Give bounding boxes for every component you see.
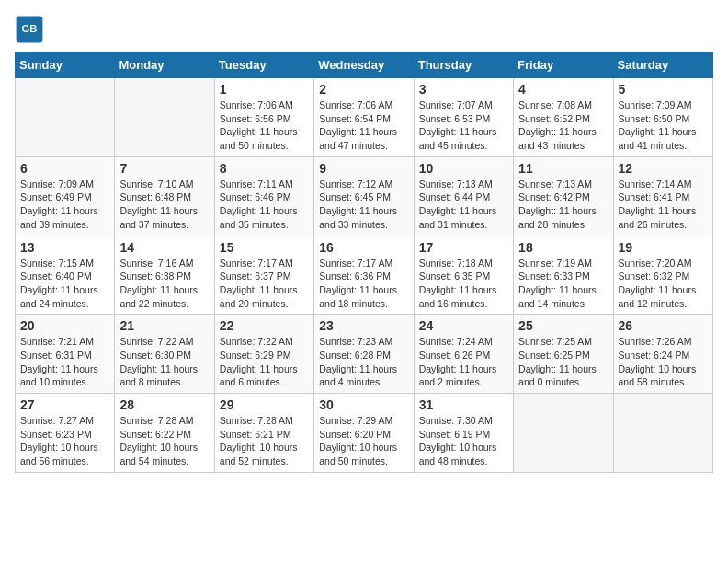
calendar-cell: 21Sunrise: 7:22 AM Sunset: 6:30 PM Dayli… — [115, 315, 214, 394]
logo: GB — [15, 15, 48, 44]
day-number: 17 — [419, 240, 508, 255]
day-number: 13 — [20, 240, 109, 255]
calendar-cell: 2Sunrise: 7:06 AM Sunset: 6:54 PM Daylig… — [314, 78, 414, 157]
calendar-cell — [613, 394, 712, 473]
day-info: Sunrise: 7:06 AM Sunset: 6:54 PM Dayligh… — [319, 98, 408, 153]
calendar-cell: 12Sunrise: 7:14 AM Sunset: 6:41 PM Dayli… — [613, 156, 712, 236]
day-number: 26 — [619, 318, 708, 333]
calendar-cell: 5Sunrise: 7:09 AM Sunset: 6:50 PM Daylig… — [613, 78, 712, 157]
day-info: Sunrise: 7:26 AM Sunset: 6:24 PM Dayligh… — [619, 335, 708, 389]
calendar-cell — [514, 394, 613, 473]
calendar-cell: 24Sunrise: 7:24 AM Sunset: 6:26 PM Dayli… — [414, 315, 513, 394]
calendar-cell: 3Sunrise: 7:07 AM Sunset: 6:53 PM Daylig… — [414, 78, 513, 157]
calendar-cell: 29Sunrise: 7:28 AM Sunset: 6:21 PM Dayli… — [214, 394, 313, 473]
day-number: 27 — [20, 397, 109, 412]
calendar-cell: 25Sunrise: 7:25 AM Sunset: 6:25 PM Dayli… — [514, 315, 613, 394]
day-info: Sunrise: 7:13 AM Sunset: 6:42 PM Dayligh… — [518, 178, 608, 232]
calendar-cell: 4Sunrise: 7:08 AM Sunset: 6:52 PM Daylig… — [514, 78, 613, 157]
calendar-header-row: SundayMondayTuesdayWednesdayThursdayFrid… — [16, 52, 713, 78]
day-number: 12 — [619, 161, 708, 176]
calendar-cell: 19Sunrise: 7:20 AM Sunset: 6:32 PM Dayli… — [613, 236, 712, 315]
calendar-table: SundayMondayTuesdayWednesdayThursdayFrid… — [15, 52, 713, 473]
day-number: 18 — [518, 240, 608, 255]
calendar-cell: 22Sunrise: 7:22 AM Sunset: 6:29 PM Dayli… — [214, 315, 313, 394]
day-number: 2 — [319, 82, 408, 97]
day-number: 14 — [119, 240, 209, 255]
day-info: Sunrise: 7:30 AM Sunset: 6:19 PM Dayligh… — [419, 414, 508, 468]
logo-icon: GB — [15, 15, 44, 44]
day-info: Sunrise: 7:16 AM Sunset: 6:38 PM Dayligh… — [119, 257, 209, 311]
calendar-week-4: 20Sunrise: 7:21 AM Sunset: 6:31 PM Dayli… — [16, 315, 713, 394]
day-info: Sunrise: 7:15 AM Sunset: 6:40 PM Dayligh… — [20, 257, 109, 311]
day-info: Sunrise: 7:22 AM Sunset: 6:30 PM Dayligh… — [119, 335, 209, 389]
day-info: Sunrise: 7:23 AM Sunset: 6:28 PM Dayligh… — [319, 335, 408, 389]
day-number: 15 — [220, 240, 309, 255]
day-number: 1 — [220, 82, 309, 97]
header-wednesday: Wednesday — [314, 52, 414, 78]
calendar-cell: 27Sunrise: 7:27 AM Sunset: 6:23 PM Dayli… — [16, 394, 115, 473]
day-info: Sunrise: 7:20 AM Sunset: 6:32 PM Dayligh… — [619, 257, 708, 311]
calendar-cell: 9Sunrise: 7:12 AM Sunset: 6:45 PM Daylig… — [314, 156, 414, 236]
day-info: Sunrise: 7:09 AM Sunset: 6:49 PM Dayligh… — [20, 178, 109, 232]
day-number: 8 — [220, 161, 309, 176]
calendar-cell: 1Sunrise: 7:06 AM Sunset: 6:56 PM Daylig… — [214, 78, 313, 157]
header-friday: Friday — [514, 52, 613, 78]
calendar-cell: 6Sunrise: 7:09 AM Sunset: 6:49 PM Daylig… — [16, 156, 115, 236]
header-tuesday: Tuesday — [214, 52, 313, 78]
calendar-cell: 15Sunrise: 7:17 AM Sunset: 6:37 PM Dayli… — [214, 236, 313, 315]
day-info: Sunrise: 7:24 AM Sunset: 6:26 PM Dayligh… — [419, 335, 508, 389]
day-number: 24 — [419, 318, 508, 333]
day-info: Sunrise: 7:07 AM Sunset: 6:53 PM Dayligh… — [419, 98, 508, 153]
calendar-cell: 17Sunrise: 7:18 AM Sunset: 6:35 PM Dayli… — [414, 236, 513, 315]
day-info: Sunrise: 7:18 AM Sunset: 6:35 PM Dayligh… — [419, 257, 508, 311]
day-number: 11 — [518, 161, 608, 176]
calendar-cell: 28Sunrise: 7:28 AM Sunset: 6:22 PM Dayli… — [115, 394, 214, 473]
calendar-week-3: 13Sunrise: 7:15 AM Sunset: 6:40 PM Dayli… — [16, 236, 713, 315]
calendar-cell: 10Sunrise: 7:13 AM Sunset: 6:44 PM Dayli… — [414, 156, 513, 236]
calendar-week-2: 6Sunrise: 7:09 AM Sunset: 6:49 PM Daylig… — [16, 156, 713, 236]
day-number: 23 — [319, 318, 408, 333]
day-info: Sunrise: 7:21 AM Sunset: 6:31 PM Dayligh… — [20, 335, 109, 389]
day-info: Sunrise: 7:08 AM Sunset: 6:52 PM Dayligh… — [518, 98, 608, 153]
calendar-cell: 8Sunrise: 7:11 AM Sunset: 6:46 PM Daylig… — [214, 156, 313, 236]
calendar-cell: 26Sunrise: 7:26 AM Sunset: 6:24 PM Dayli… — [613, 315, 712, 394]
day-info: Sunrise: 7:28 AM Sunset: 6:22 PM Dayligh… — [119, 414, 209, 468]
day-info: Sunrise: 7:17 AM Sunset: 6:36 PM Dayligh… — [319, 257, 408, 311]
calendar-cell: 14Sunrise: 7:16 AM Sunset: 6:38 PM Dayli… — [115, 236, 214, 315]
calendar-cell: 18Sunrise: 7:19 AM Sunset: 6:33 PM Dayli… — [514, 236, 613, 315]
calendar-cell: 11Sunrise: 7:13 AM Sunset: 6:42 PM Dayli… — [514, 156, 613, 236]
day-info: Sunrise: 7:14 AM Sunset: 6:41 PM Dayligh… — [619, 178, 708, 232]
day-info: Sunrise: 7:10 AM Sunset: 6:48 PM Dayligh… — [119, 178, 209, 232]
day-number: 22 — [220, 318, 309, 333]
day-number: 10 — [419, 161, 508, 176]
calendar-cell: 16Sunrise: 7:17 AM Sunset: 6:36 PM Dayli… — [314, 236, 414, 315]
calendar-cell: 7Sunrise: 7:10 AM Sunset: 6:48 PM Daylig… — [115, 156, 214, 236]
day-number: 19 — [619, 240, 708, 255]
day-number: 28 — [119, 397, 209, 412]
day-number: 25 — [518, 318, 608, 333]
svg-text:GB: GB — [22, 23, 38, 34]
day-number: 7 — [119, 161, 209, 176]
day-info: Sunrise: 7:09 AM Sunset: 6:50 PM Dayligh… — [619, 98, 708, 153]
day-number: 6 — [20, 161, 109, 176]
day-number: 20 — [20, 318, 109, 333]
calendar-cell — [16, 78, 115, 157]
header-saturday: Saturday — [613, 52, 712, 78]
day-info: Sunrise: 7:22 AM Sunset: 6:29 PM Dayligh… — [220, 335, 309, 389]
day-number: 30 — [319, 397, 408, 412]
header-sunday: Sunday — [16, 52, 115, 78]
calendar-cell: 20Sunrise: 7:21 AM Sunset: 6:31 PM Dayli… — [16, 315, 115, 394]
day-number: 31 — [419, 397, 508, 412]
day-number: 9 — [319, 161, 408, 176]
header-monday: Monday — [115, 52, 214, 78]
day-info: Sunrise: 7:13 AM Sunset: 6:44 PM Dayligh… — [419, 178, 508, 232]
calendar-cell: 23Sunrise: 7:23 AM Sunset: 6:28 PM Dayli… — [314, 315, 414, 394]
calendar-cell: 13Sunrise: 7:15 AM Sunset: 6:40 PM Dayli… — [16, 236, 115, 315]
calendar-cell: 31Sunrise: 7:30 AM Sunset: 6:19 PM Dayli… — [414, 394, 513, 473]
day-number: 3 — [419, 82, 508, 97]
day-info: Sunrise: 7:27 AM Sunset: 6:23 PM Dayligh… — [20, 414, 109, 468]
calendar-week-5: 27Sunrise: 7:27 AM Sunset: 6:23 PM Dayli… — [16, 394, 713, 473]
day-info: Sunrise: 7:17 AM Sunset: 6:37 PM Dayligh… — [220, 257, 309, 311]
day-number: 29 — [220, 397, 309, 412]
header-thursday: Thursday — [414, 52, 513, 78]
